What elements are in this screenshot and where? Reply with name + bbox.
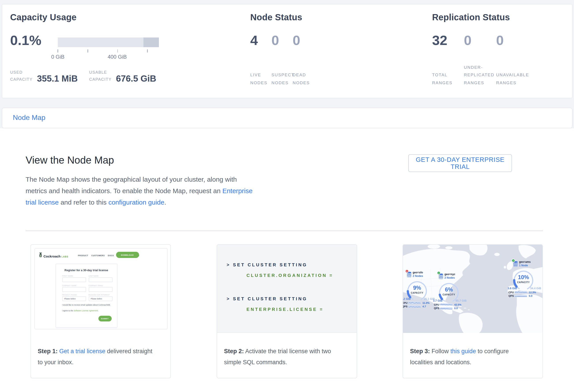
capacity-values-row: USED CAPACITY 355.1 MiB USABLE CAPACITY … [10, 69, 156, 83]
used-capacity-value: 355.1 MiB [37, 74, 78, 84]
mini-select: Please Select [88, 296, 112, 301]
step1-caption: Step 1: Get a trial license delivered st… [31, 333, 170, 368]
intro-line1: The Node Map shows the geographical layo… [26, 175, 237, 183]
mini-select: Please Select [62, 296, 86, 301]
mini-submit-button: SUBMIT [98, 316, 111, 321]
suspect-nodes-label: SUSPECTNODES [271, 63, 294, 86]
node-map-info-panel: View the Node Map GET A 30-DAY ENTERPRIS… [0, 128, 574, 392]
error-badge-icon: 1 [405, 269, 409, 273]
axis-tick-label: 0 GiB [51, 54, 64, 60]
section-divider [26, 231, 543, 231]
cockroach-icon [39, 253, 42, 258]
mini-trial-form: Register for a 30-day trial license FIRS… [55, 264, 117, 328]
ok-badge-icon: ✓ [512, 259, 515, 262]
axis-tick [117, 49, 118, 53]
capacity-gauge: 10% CAPACITY [512, 269, 535, 289]
total-ranges-label: TOTALRANGES [432, 63, 452, 86]
sql-command-1: > SET CLUSTER SETTING [227, 262, 308, 267]
cluster-overview-page: Capacity Usage 0.1% 0 GiB 400 GiB USED C… [0, 0, 574, 392]
locality-label: geo=ams [519, 260, 531, 264]
mini-input [62, 287, 86, 292]
node-status-title: Node Status [250, 12, 302, 22]
mini-checkbox-updates: I would like to receive email updates ab… [62, 304, 111, 306]
node-map-dropdown[interactable]: Node Map [2, 107, 573, 128]
axis-tick [87, 49, 88, 53]
capacity-used-percent: 0.1% [10, 33, 41, 49]
configuration-guide-link[interactable]: configuration guide [108, 198, 164, 206]
registration-form-thumbnail: Cockroach LABS PRODUCTCUSTOMERSDOCSRESOU… [34, 248, 167, 329]
page-title: View the Node Map [26, 154, 114, 166]
axis-tick [57, 49, 58, 53]
suspect-nodes-count: 0 [271, 33, 279, 49]
step1-card: Cockroach LABS PRODUCTCUSTOMERSDOCSRESOU… [30, 244, 171, 378]
node-count-label: 1 Node [519, 264, 531, 267]
step3-caption: Step 3: Follow this guide to configurelo… [403, 333, 542, 368]
unavailable-ranges-label: UNAVAILABLERANGES [496, 63, 529, 86]
map-node-nyc: ✓ geo=nyc 2 Nodes [437, 273, 474, 310]
mini-checkbox-license: I agree to the Software License Agreemen… [62, 310, 99, 312]
sql-arg-2: ENTERPRISE.LICENSE = [246, 307, 324, 312]
sql-arg-1: CLUSTER.ORGANIZATION = [246, 273, 333, 278]
step3-card: 1 geo=sfo 2 Nodes [403, 244, 543, 378]
intro-paragraph: The Node Map shows the geographical layo… [26, 174, 290, 208]
cluster-summary-panel: Capacity Usage 0.1% 0 GiB 400 GiB USED C… [2, 4, 573, 98]
enterprise-trial-button[interactable]: GET A 30-DAY ENTERPRISE TRIAL [408, 154, 512, 172]
axis-tick-label: 400 GiB [108, 54, 127, 60]
qps-sparkline-icon [408, 305, 421, 308]
get-trial-license-link[interactable]: Get a trial license [59, 348, 105, 355]
live-nodes-label: LIVENODES [250, 63, 267, 86]
axis-tick [147, 49, 148, 53]
step2-caption: Step 2: Activate the trial license with … [217, 333, 356, 368]
this-guide-link[interactable]: this guide [451, 348, 476, 355]
capacity-bar: 0 GiB 400 GiB [58, 37, 159, 47]
capacity-usage-title: Capacity Usage [10, 12, 77, 22]
live-nodes-count: 4 [250, 33, 258, 49]
under-replicated-ranges-label: UNDER-REPLICATEDRANGES [464, 63, 494, 86]
dead-nodes-count: 0 [293, 33, 300, 49]
node-map-preview: 1 geo=sfo 2 Nodes [403, 245, 542, 333]
total-ranges-count: 32 [432, 33, 447, 49]
capacity-gauge: 6% CAPACITY [437, 281, 461, 302]
sql-command-2: > SET CLUSTER SETTING [227, 296, 308, 301]
intro-line2: metrics and health indicators. To enable… [26, 187, 223, 194]
cockroach-labs-logo: Cockroach LABS [39, 253, 68, 258]
usable-capacity-value: 676.5 GiB [116, 74, 156, 84]
map-node-sfo: 1 geo=sfo 2 Nodes [405, 271, 442, 308]
mini-download-button: DOWNLOAD [116, 252, 139, 258]
node-map-dropdown-label: Node Map [13, 114, 45, 122]
used-capacity-label: USED CAPACITY [10, 69, 33, 83]
mini-input [88, 277, 112, 282]
locality-label: geo=nyc [445, 273, 455, 276]
locality-label: geo=sfo [413, 271, 423, 274]
capacity-gauge: 9% CAPACITY [405, 279, 429, 300]
map-node-ams: ✓ geo=ams 1 Node [512, 261, 543, 297]
usable-capacity-label: USABLE CAPACITY [89, 69, 112, 83]
qps-sparkline-icon [515, 295, 527, 297]
replication-status-title: Replication Status [432, 12, 510, 22]
dead-nodes-label: DEADNODES [293, 63, 310, 86]
step1-screenshot: Cockroach LABS PRODUCTCUSTOMERSDOCSRESOU… [31, 245, 170, 333]
under-replicated-ranges-count: 0 [464, 33, 472, 49]
mini-input [62, 277, 86, 282]
node-count-label: 2 Nodes [445, 276, 455, 280]
step2-sql-panel: > SET CLUSTER SETTING CLUSTER.ORGANIZATI… [217, 245, 356, 333]
ok-badge-icon: ✓ [437, 271, 440, 275]
mini-input [88, 287, 112, 292]
capacity-bar-segment [144, 37, 159, 47]
unavailable-ranges-count: 0 [496, 33, 504, 49]
intro-line3: and refer to this [59, 198, 108, 206]
step2-card: > SET CLUSTER SETTING CLUSTER.ORGANIZATI… [217, 244, 357, 378]
node-count-label: 2 Nodes [413, 274, 423, 278]
qps-sparkline-icon [440, 307, 452, 309]
